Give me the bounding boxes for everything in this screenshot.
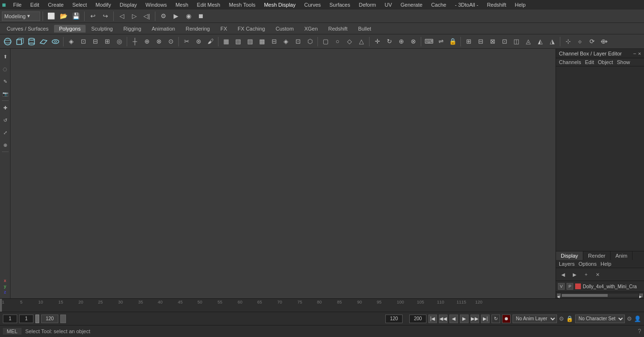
layers-scrollbar[interactable]: ◂ ▸	[556, 292, 644, 298]
universal-icon[interactable]: ⊗	[407, 36, 419, 47]
tab-curves-surfaces[interactable]: Curves / Surfaces	[2, 25, 53, 33]
insert-edge-loop-icon[interactable]: ┼	[129, 36, 141, 47]
sel-icon4[interactable]: △	[356, 36, 367, 47]
tab-fx-caching[interactable]: FX Caching	[233, 25, 270, 33]
icon-snap8[interactable]: ◮	[546, 36, 558, 47]
playback-end-input[interactable]	[409, 315, 426, 323]
sel-icon1[interactable]: ▢	[320, 36, 331, 47]
mel-label[interactable]: MEL	[3, 328, 22, 335]
range-end-input[interactable]	[385, 315, 403, 323]
camera-tool-icon[interactable]: 📷	[0, 88, 11, 99]
merge-icon[interactable]: ◎	[113, 36, 125, 47]
cb-object[interactable]: Object	[598, 59, 613, 65]
lasso-tool-icon[interactable]: ◌	[0, 63, 11, 75]
stop-render-icon[interactable]: ⏹	[195, 11, 207, 22]
layers-add[interactable]: +	[581, 269, 591, 280]
menu-select[interactable]: Select	[71, 2, 88, 8]
menu-surfaces[interactable]: Surfaces	[328, 2, 351, 8]
anim-layer-lock-icon[interactable]: 🔒	[566, 315, 573, 322]
multi-cut-icon[interactable]: ✂	[181, 36, 192, 47]
char-set-select[interactable]: No Character Set	[575, 315, 625, 323]
cb-show[interactable]: Show	[617, 59, 630, 65]
menu-modify[interactable]: Modify	[94, 2, 112, 8]
render-icon[interactable]: ▶	[170, 11, 182, 22]
sym-icon[interactable]: ⇌	[435, 36, 447, 47]
cb-channels[interactable]: Channels	[559, 59, 581, 65]
paint-tool-icon[interactable]: ✎	[0, 76, 11, 87]
layers-help[interactable]: Help	[600, 261, 611, 267]
icon-snap2[interactable]: ⊟	[475, 36, 486, 47]
redo-icon[interactable]: ↪	[99, 11, 111, 22]
loop-btn[interactable]: ↻	[491, 315, 500, 323]
menu-display[interactable]: Display	[118, 2, 138, 8]
bridge-icon[interactable]: ⊟	[89, 36, 101, 47]
layer-playback-btn[interactable]: P	[567, 283, 573, 290]
menu-mesh-tools[interactable]: Mesh Tools	[228, 2, 257, 8]
tab-anim[interactable]: Anim	[611, 251, 633, 260]
tab-polygons[interactable]: Polygons	[54, 25, 85, 33]
plane-icon[interactable]	[38, 36, 49, 47]
menu-edit-mesh[interactable]: Edit Mesh	[196, 2, 222, 8]
icon-snap5[interactable]: ◫	[511, 36, 522, 47]
step-back-btn[interactable]: ◀◀	[439, 315, 448, 323]
lock-icon[interactable]: 🔒	[447, 36, 458, 47]
cylinder-icon[interactable]	[26, 36, 37, 47]
poly-icon1[interactable]: ▦	[220, 36, 232, 47]
paint-select-icon[interactable]: 🖌	[205, 36, 216, 47]
uni-tool-icon[interactable]: ⊕	[0, 139, 11, 151]
menu-help[interactable]: Help	[513, 2, 527, 8]
tab-animation[interactable]: Animation	[147, 25, 180, 33]
ipr-icon[interactable]: ◉	[183, 11, 194, 22]
render-settings-icon[interactable]: ⚙	[158, 11, 169, 22]
extrude-icon[interactable]: ⊡	[77, 36, 89, 47]
sel-icon2[interactable]: ○	[332, 36, 343, 47]
tab-custom[interactable]: Custom	[271, 25, 299, 33]
open-icon[interactable]: 📂	[58, 11, 69, 22]
anim-layer-select[interactable]: No Anim Layer	[513, 315, 557, 323]
scale-tool-icon[interactable]: ⤢	[0, 127, 11, 138]
icon-a[interactable]: ◁	[116, 11, 128, 22]
poly-icon5[interactable]: ⊟	[268, 36, 280, 47]
tab-redshift[interactable]: Redshift	[324, 25, 352, 33]
menu-edit[interactable]: Edit	[29, 2, 41, 8]
menu-cache[interactable]: Cache	[430, 2, 448, 8]
menu-mesh[interactable]: Mesh	[174, 2, 190, 8]
fill-hole-icon[interactable]: ⊞	[101, 36, 113, 47]
icon-snap3[interactable]: ⊠	[487, 36, 498, 47]
menu-windows[interactable]: Windows	[144, 2, 168, 8]
scale-icon[interactable]: ⊕	[395, 36, 407, 47]
menu-mesh-display[interactable]: Mesh Display	[262, 2, 297, 8]
anim-layer-icon[interactable]: ⚙	[559, 315, 564, 322]
cube-icon[interactable]	[14, 36, 25, 47]
menu-redshift[interactable]: Redshift	[485, 2, 507, 8]
next-frame-btn[interactable]: ▶▶	[470, 315, 479, 323]
prev-frame-btn[interactable]: ◀	[449, 315, 458, 323]
layers-options[interactable]: Options	[579, 261, 597, 267]
app-icon[interactable]: ■	[2, 1, 6, 9]
play-btn[interactable]: ▶	[460, 315, 469, 323]
cb-close-icon[interactable]: ×	[638, 51, 641, 56]
keyframe-icon[interactable]: ⟐	[574, 36, 586, 47]
sel-icon3[interactable]: ◇	[344, 36, 355, 47]
char-set-icon2[interactable]: 👤	[634, 315, 641, 322]
poly-icon6[interactable]: ◈	[280, 36, 292, 47]
select-tool-icon[interactable]: ⬆	[0, 51, 11, 62]
layers-delete[interactable]: ✕	[592, 269, 603, 280]
torus-icon[interactable]	[50, 36, 61, 47]
poly-icon4[interactable]: ▩	[256, 36, 268, 47]
tab-fx[interactable]: FX	[216, 25, 232, 33]
animate-icon[interactable]: ⟳	[586, 36, 598, 47]
timeline-container[interactable]: 1 5 10 15 20 25 30 35 40 45 50 55 60 65 …	[0, 298, 644, 312]
history-icon[interactable]: ⊹	[562, 36, 574, 47]
icon-snap4[interactable]: ⊡	[499, 36, 510, 47]
move-icon[interactable]: ✛	[371, 36, 383, 47]
sphere-icon[interactable]	[2, 36, 13, 47]
icon-snap6[interactable]: ◬	[523, 36, 534, 47]
poly-icon2[interactable]: ▧	[232, 36, 244, 47]
slide-edge-icon[interactable]: ⊗	[153, 36, 164, 47]
tab-sculpting[interactable]: Sculpting	[87, 25, 118, 33]
poly-icon8[interactable]: ⬡	[304, 36, 316, 47]
layers-nav-left[interactable]: ◀	[558, 269, 568, 280]
start-frame-input[interactable]	[3, 315, 17, 323]
menu-3dtoall[interactable]: - 3DtoAll -	[453, 2, 480, 8]
